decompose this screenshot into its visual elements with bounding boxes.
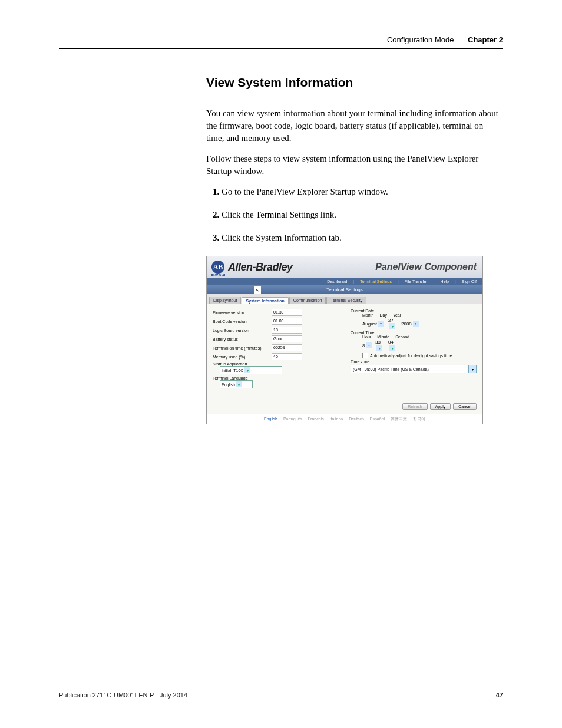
ab-logo-sub: QUALITY: [211, 274, 225, 276]
sub-bar: ↖ Terminal Settings: [207, 285, 482, 294]
month-select[interactable]: August▾: [362, 321, 387, 327]
product-text: PanelView Component: [375, 262, 477, 272]
screenshot-banner: AB QUALITY Allen-Bradley PanelView Compo…: [207, 256, 482, 278]
year-select[interactable]: 2008▾: [401, 321, 419, 327]
nav-file-transfer[interactable]: File Transfer: [402, 279, 430, 284]
field-label: Logic Board version: [213, 328, 272, 332]
chevron-down-icon: ▾: [468, 365, 477, 373]
page-number: 47: [496, 691, 503, 699]
lang-link[interactable]: 한국어: [413, 417, 425, 421]
nav-bar: Dashboard| Terminal Settings| File Trans…: [207, 278, 482, 285]
cursor-icon: ↖: [254, 286, 261, 294]
terminal-language-label: Terminal Language: [213, 376, 339, 380]
header-chapter: Chapter 2: [468, 35, 503, 44]
step-item: Go to the PanelView Explorer Startup win…: [222, 186, 503, 198]
field-label: Terminal on time (minutes): [213, 346, 272, 350]
steps-list: Go to the PanelView Explorer Startup win…: [206, 186, 503, 244]
field-logic-board-version: Logic Board version 18: [213, 327, 339, 334]
startup-app-label: Startup Application: [213, 362, 339, 366]
minute-select[interactable]: 33▾: [375, 340, 387, 351]
section-title: View System Information: [206, 75, 503, 90]
ab-logo: AB QUALITY: [211, 261, 224, 274]
nav-terminal-settings[interactable]: Terminal Settings: [358, 279, 394, 284]
chevron-down-icon: ▾: [366, 342, 372, 348]
timezone-label: Time zone: [351, 360, 477, 364]
page-header: Configuration Mode Chapter 2: [59, 35, 503, 49]
header-mode: Configuration Mode: [387, 35, 454, 44]
ab-logo-letters: AB: [213, 263, 223, 272]
tab-system-information[interactable]: System Information: [242, 297, 288, 304]
dst-checkbox-row: Automatically adjust for daylight saving…: [362, 353, 477, 358]
step-item: Click the System Information tab.: [222, 232, 503, 244]
refresh-button[interactable]: Refresh: [402, 403, 428, 410]
language-footer: English Português Français Italiano Deut…: [207, 414, 482, 424]
chevron-down-icon: ▾: [376, 345, 382, 351]
startup-app-value: Initial_T10C: [222, 368, 243, 373]
hour-select[interactable]: 8▾: [362, 342, 374, 348]
lang-link[interactable]: Português: [283, 417, 302, 421]
current-time-label: Current Time: [351, 331, 477, 335]
cancel-button[interactable]: Cancel: [453, 403, 477, 410]
time-selects: 8▾ 33▾ 04▾: [362, 340, 477, 351]
field-label: Memory used (%): [213, 355, 272, 359]
field-label: Battery status: [213, 337, 272, 341]
field-value: 01.30: [272, 309, 302, 316]
lang-link[interactable]: Español: [370, 417, 385, 421]
nav-dashboard[interactable]: Dashboard: [325, 279, 349, 284]
chevron-down-icon: ▾: [378, 321, 384, 327]
tab-strip: Display/Input System Information Communi…: [207, 294, 482, 304]
chevron-down-icon: ▾: [236, 381, 242, 387]
day-select[interactable]: 27▾: [388, 318, 400, 329]
lang-link[interactable]: Français: [308, 417, 324, 421]
field-firmware-version: Firmware version 01.30: [213, 309, 339, 316]
button-bar: Refresh Apply Cancel: [207, 401, 482, 414]
intro-paragraph-1: You can view system information about yo…: [206, 107, 503, 144]
lang-link[interactable]: 简体中文: [391, 417, 407, 421]
field-value: 45: [272, 353, 302, 360]
current-date-label: Current Date: [351, 309, 477, 313]
dst-checkbox[interactable]: [362, 353, 368, 358]
subbar-title: Terminal Settings: [326, 287, 362, 292]
tab-terminal-security[interactable]: Terminal Security: [326, 297, 366, 304]
chevron-down-icon: ▾: [413, 321, 419, 327]
embedded-screenshot: AB QUALITY Allen-Bradley PanelView Compo…: [206, 256, 483, 424]
field-value: 65258: [272, 344, 302, 351]
field-label: Firmware version: [213, 311, 272, 315]
field-memory-used: Memory used (%) 45: [213, 353, 339, 360]
field-label: Boot Code version: [213, 319, 272, 324]
field-battery-status: Battery status Good: [213, 335, 339, 342]
field-value: Good: [272, 335, 302, 342]
startup-app-select[interactable]: Initial_T10C ▾: [220, 366, 339, 374]
apply-button[interactable]: Apply: [430, 403, 451, 410]
lang-link[interactable]: Deutsch: [349, 417, 364, 421]
intro-paragraph-2: Follow these steps to view system inform…: [206, 153, 503, 177]
second-select[interactable]: 04▾: [388, 340, 400, 351]
step-item: Click the Terminal Settings link.: [222, 209, 503, 221]
chevron-down-icon: ▾: [389, 345, 395, 351]
field-terminal-on-time: Terminal on time (minutes) 65258: [213, 344, 339, 351]
field-boot-code-version: Boot Code version 01.00: [213, 318, 339, 325]
screenshot-body: Firmware version 01.30 Boot Code version…: [207, 304, 482, 401]
timezone-select[interactable]: (GMT-08:00) Pacific Time (US & Canada) ▾: [351, 365, 477, 373]
brand-text: Allen-Bradley: [228, 261, 293, 274]
lang-link[interactable]: English: [264, 417, 277, 421]
nav-sign-off[interactable]: Sign Off: [459, 279, 479, 284]
timezone-value: (GMT-08:00) Pacific Time (US & Canada): [351, 365, 467, 373]
field-value: 18: [272, 327, 302, 334]
terminal-language-value: English: [222, 383, 235, 387]
field-value: 01.00: [272, 318, 302, 325]
page-footer: Publication 2711C-UM001I-EN-P - July 201…: [59, 691, 503, 699]
nav-help[interactable]: Help: [438, 279, 451, 284]
date-column-headers: Month Day Year: [362, 313, 477, 317]
tab-display-input[interactable]: Display/Input: [209, 297, 241, 304]
lang-link[interactable]: Italiano: [330, 417, 343, 421]
left-column: Firmware version 01.30 Boot Code version…: [213, 309, 339, 390]
publication-line: Publication 2711C-UM001I-EN-P - July 201…: [59, 691, 349, 699]
chevron-down-icon: ▾: [389, 323, 395, 329]
tab-communication[interactable]: Communication: [289, 297, 326, 304]
date-selects: August▾ 27▾ 2008▾: [362, 318, 477, 329]
chevron-down-icon: ▾: [244, 367, 250, 373]
right-column: Current Date Month Day Year August▾ 27▾ …: [351, 309, 477, 390]
dst-label: Automatically adjust for daylight saving…: [370, 354, 452, 358]
terminal-language-select[interactable]: English ▾: [220, 380, 339, 388]
